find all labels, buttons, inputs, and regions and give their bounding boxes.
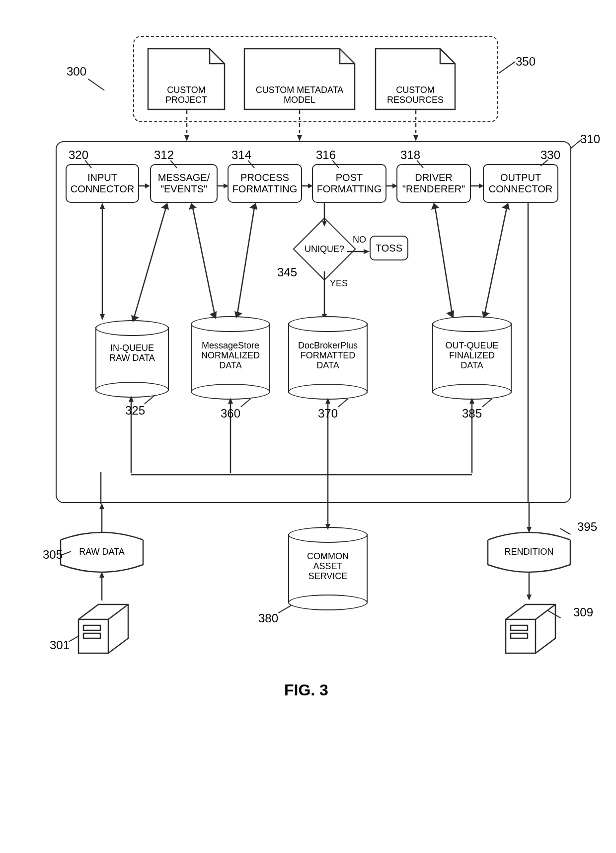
arrow (527, 503, 532, 533)
svg-rect-65 (511, 633, 528, 638)
svg-marker-1 (184, 135, 189, 141)
label: OUT-QUEUEFINALIZEDDATA (432, 341, 512, 370)
doc-custom-project: CUSTOMPROJECT (147, 48, 226, 110)
ref-310: 310 (580, 132, 600, 146)
doc-label: CUSTOM METADATAMODEL (243, 85, 356, 105)
ref-300: 300 (67, 65, 86, 79)
label: INPUTCONNECTOR (71, 172, 135, 195)
figure-caption: FIG. 3 (284, 681, 328, 699)
label: TOSS (376, 243, 402, 254)
ref-305: 305 (43, 548, 63, 562)
label: POSTFORMATTING (317, 172, 382, 195)
ref-350: 350 (516, 55, 536, 69)
cyl-in-queue: IN-QUEUERAW DATA (95, 320, 169, 398)
yes-label: YES (330, 278, 348, 289)
cyl-msgstore: MessageStoreNORMALIZEDDATA (191, 316, 270, 400)
server-309 (501, 599, 559, 658)
process-formatting: PROCESSFORMATTING (228, 164, 302, 203)
label: DRIVER"RENDERER" (402, 172, 465, 195)
leader (88, 79, 105, 91)
ref-309: 309 (573, 605, 593, 619)
label: IN-QUEUERAW DATA (95, 343, 169, 363)
cyl-cas: COMMONASSETSERVICE (288, 527, 368, 610)
ref-370: 370 (318, 407, 338, 421)
doc-custom-metadata-model: CUSTOM METADATAMODEL (243, 48, 356, 110)
label: PROCESSFORMATTING (232, 172, 298, 195)
cyl-out-queue: OUT-QUEUEFINALIZEDDATA (432, 316, 512, 400)
svg-marker-5 (413, 135, 418, 141)
svg-marker-53 (99, 503, 104, 509)
svg-rect-57 (83, 633, 100, 638)
label: MessageStoreNORMALIZEDDATA (191, 341, 270, 370)
label: COMMONASSETSERVICE (288, 552, 368, 581)
label: RENDITION (487, 547, 571, 557)
ref-325: 325 (125, 404, 145, 418)
input-connector: INPUTCONNECTOR (66, 164, 139, 203)
label: OUTPUTCONNECTOR (489, 172, 553, 195)
no-label: NO (353, 235, 366, 245)
svg-rect-64 (511, 625, 528, 630)
doc-label: CUSTOMRESOURCES (375, 85, 456, 105)
leader (499, 61, 516, 74)
label: UNIQUE? (302, 227, 347, 271)
ref-380: 380 (258, 611, 278, 625)
patent-figure: { "figure": {"caption": "FIG. 3"}, "refs… (0, 0, 616, 853)
toss: TOSS (370, 236, 408, 260)
output-connector: OUTPUTCONNECTOR (483, 164, 558, 203)
arrow (527, 572, 532, 600)
ref-360: 360 (221, 407, 240, 421)
ref-345: 345 (277, 265, 297, 279)
unique-decision: UNIQUE? (302, 227, 347, 271)
server-301 (74, 599, 132, 658)
arrow (99, 572, 104, 600)
label: MESSAGE/"EVENTS" (158, 172, 210, 195)
ref-395: 395 (577, 520, 597, 534)
svg-rect-56 (83, 625, 100, 630)
label: RAW DATA (60, 547, 144, 557)
driver-renderer: DRIVER"RENDERER" (396, 164, 471, 203)
message-events: MESSAGE/"EVENTS" (150, 164, 218, 203)
doc-custom-resources: CUSTOMRESOURCES (375, 48, 456, 110)
ref-301: 301 (50, 638, 70, 652)
svg-marker-3 (297, 135, 302, 141)
post-formatting: POSTFORMATTING (312, 164, 386, 203)
rendition-channel: RENDITION (487, 530, 571, 575)
doc-label: CUSTOMPROJECT (147, 85, 226, 105)
arrow (99, 503, 104, 532)
cyl-docbroker: DocBrokerPlusFORMATTEDDATA (288, 316, 368, 400)
ref-385: 385 (462, 407, 482, 421)
ref-330: 330 (540, 148, 560, 162)
raw-data-channel: RAW DATA (60, 530, 144, 575)
label: DocBrokerPlusFORMATTEDDATA (288, 341, 368, 370)
